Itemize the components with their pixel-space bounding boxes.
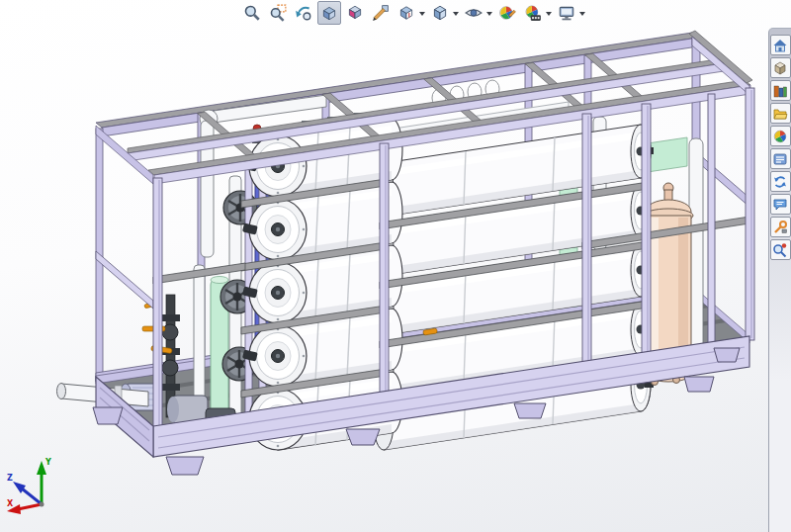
task-pane-strip <box>768 28 791 532</box>
view-settings-button[interactable] <box>555 1 578 25</box>
dynamic-annotation-views-button[interactable] <box>343 1 367 25</box>
section-view-icon <box>320 4 338 22</box>
search-magnifier-icon <box>772 242 788 258</box>
hide-show-items-icon <box>465 4 483 22</box>
apply-scene-button[interactable] <box>521 1 545 25</box>
section-view-button[interactable] <box>317 1 341 25</box>
file-explorer-folder-icon <box>772 106 788 122</box>
forum-chat-icon <box>772 197 788 213</box>
3d-drawing-view-button[interactable] <box>369 1 393 25</box>
task-pane-tab-forum[interactable] <box>770 194 791 215</box>
dynamic-annotation-views-icon <box>346 4 364 22</box>
triad-y-axis: Y <box>37 458 51 504</box>
graphics-area[interactable]: Y Z X <box>0 0 791 532</box>
svg-text:X: X <box>7 499 14 508</box>
task-pane-tab-home[interactable] <box>770 35 791 55</box>
zoom-to-fit-button[interactable] <box>240 1 264 25</box>
previous-view-button[interactable] <box>292 1 315 25</box>
home-icon <box>772 38 788 53</box>
view-settings-dropdown-arrow[interactable] <box>579 12 585 16</box>
view-orientation-icon <box>397 4 415 22</box>
task-pane-tab-toolbox[interactable] <box>770 217 791 237</box>
task-pane-tab-search[interactable] <box>770 239 791 260</box>
task-pane-tab-design-library[interactable] <box>770 80 791 101</box>
view-orientation-dropdown-arrow[interactable] <box>419 12 425 16</box>
appearances-scenes-icon <box>772 151 788 167</box>
previous-view-icon <box>295 4 312 22</box>
task-pane-tab-view-palette[interactable] <box>770 126 791 146</box>
task-pane-tab-appearances-scenes[interactable] <box>770 148 791 169</box>
display-style-icon <box>431 4 449 22</box>
zoom-to-area-icon <box>269 4 287 22</box>
apply-scene-dropdown-arrow[interactable] <box>546 12 552 16</box>
svg-text:Z: Z <box>7 474 13 483</box>
display-style-dropdown-arrow[interactable] <box>453 12 459 16</box>
zoom-to-fit-icon <box>243 4 261 22</box>
edit-appearance-button[interactable] <box>495 1 519 25</box>
view-settings-icon <box>558 4 575 22</box>
zoom-to-area-button[interactable] <box>266 1 290 25</box>
apply-scene-icon <box>524 4 542 22</box>
edit-appearance-icon <box>498 4 516 22</box>
design-library-icon <box>772 83 788 99</box>
task-pane-tab-file-explorer[interactable] <box>770 103 791 124</box>
view-orientation-button[interactable] <box>395 1 418 25</box>
custom-properties-sync-icon <box>772 174 788 190</box>
reference-triad: Y Z X <box>4 451 73 520</box>
toolbox-wrench-icon <box>772 220 788 235</box>
display-style-button[interactable] <box>428 1 452 25</box>
3d-drawing-view-icon <box>372 4 390 22</box>
hide-show-items-dropdown-arrow[interactable] <box>486 12 492 16</box>
task-pane-tab-custom-properties[interactable] <box>770 171 791 192</box>
ro-skid-model[interactable] <box>0 0 791 532</box>
hide-show-items-button[interactable] <box>462 1 485 25</box>
heads-up-view-toolbar <box>240 1 586 25</box>
resources-box-icon <box>772 60 788 76</box>
view-palette-icon <box>772 129 788 144</box>
svg-text:Y: Y <box>44 458 51 467</box>
task-pane-tab-resources[interactable] <box>770 57 791 78</box>
